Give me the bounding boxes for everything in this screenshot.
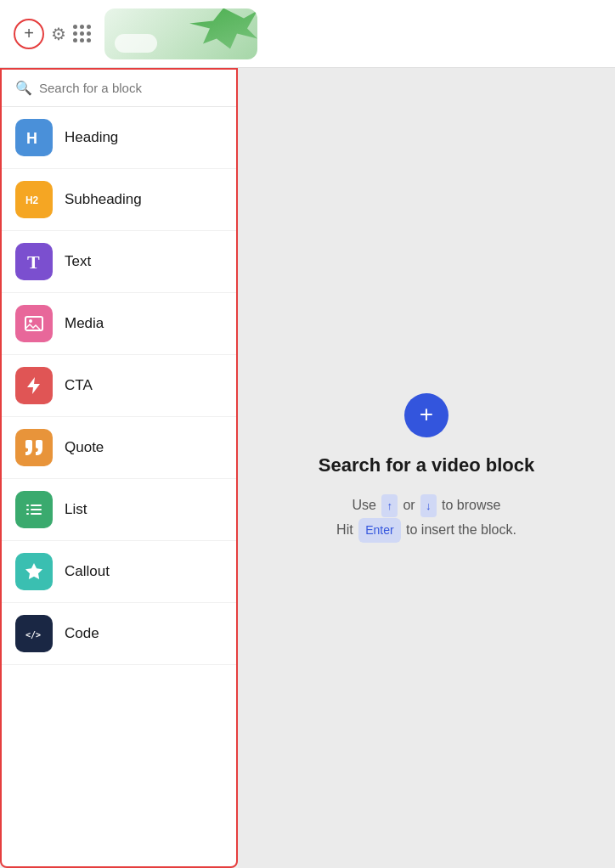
gear-icon[interactable]: ⚙ (51, 24, 66, 44)
svg-rect-3 (25, 317, 42, 330)
hint-use-label: Use (353, 498, 376, 512)
svg-text:H2: H2 (25, 194, 39, 206)
svg-rect-9 (26, 513, 29, 515)
heading-icon: H (15, 119, 53, 156)
cloud-decoration (115, 34, 157, 53)
toolbar: + ⚙ (0, 0, 615, 68)
hint-hit-label: Hit (336, 522, 353, 537)
block-list: HHeadingH2SubheadingTText MediaCTA Quote… (2, 107, 236, 866)
svg-point-4 (29, 319, 32, 323)
quote-label: Quote (65, 439, 104, 456)
svg-rect-6 (31, 504, 42, 506)
media-icon (15, 305, 53, 342)
svg-rect-10 (31, 513, 42, 515)
cta-label: CTA (65, 377, 93, 394)
svg-rect-8 (31, 509, 42, 510)
down-arrow-key: ↓ (420, 494, 437, 517)
svg-rect-5 (26, 504, 29, 506)
text-icon: T (15, 243, 53, 280)
add-video-button[interactable]: + (404, 393, 449, 437)
hint-or-label: or (403, 498, 415, 512)
search-icon: 🔍 (15, 80, 32, 96)
block-item-callout[interactable]: Callout (2, 541, 236, 603)
right-panel-hint: Use ↑ or ↓ to browse Hit Enter to insert… (336, 493, 516, 543)
callout-label: Callout (65, 563, 110, 580)
list-label: List (65, 501, 87, 518)
svg-text:H: H (26, 130, 37, 147)
search-bar: 🔍 (2, 70, 236, 107)
right-panel-title: Search for a video block (319, 454, 534, 476)
palm-decoration (189, 8, 257, 59)
block-item-cta[interactable]: CTA (2, 355, 236, 417)
grid-icon[interactable] (73, 25, 91, 42)
right-panel: + Search for a video block Use ↑ or ↓ to… (238, 68, 615, 868)
media-label: Media (65, 315, 104, 332)
code-label: Code (65, 625, 99, 642)
block-item-media[interactable]: Media (2, 293, 236, 355)
enter-key-badge: Enter (358, 518, 400, 543)
block-item-subheading[interactable]: H2Subheading (2, 169, 236, 231)
cta-icon (15, 367, 53, 404)
image-preview (104, 8, 257, 59)
block-item-quote[interactable]: Quote (2, 417, 236, 479)
block-item-heading[interactable]: HHeading (2, 107, 236, 169)
add-block-button[interactable]: + (14, 19, 44, 49)
plus-icon: + (420, 403, 433, 426)
text-label: Text (65, 253, 91, 270)
block-item-list[interactable]: List (2, 479, 236, 541)
svg-text:T: T (27, 251, 40, 272)
code-icon: </> (15, 615, 53, 652)
subheading-label: Subheading (65, 191, 142, 208)
block-picker-panel: 🔍 HHeadingH2SubheadingTText MediaCTA Quo… (0, 68, 238, 868)
subheading-icon: H2 (15, 181, 53, 218)
hint-insert-label: to insert the block. (406, 522, 516, 537)
list-icon (15, 491, 53, 528)
heading-label: Heading (65, 129, 118, 146)
up-arrow-key: ↑ (381, 494, 398, 517)
svg-rect-7 (26, 509, 29, 510)
main-container: 🔍 HHeadingH2SubheadingTText MediaCTA Quo… (0, 68, 615, 868)
svg-text:</>: </> (25, 630, 41, 640)
block-item-text[interactable]: TText (2, 231, 236, 293)
hint-browse-label: to browse (442, 498, 500, 512)
callout-icon (15, 553, 53, 590)
quote-icon (15, 429, 53, 466)
block-item-code[interactable]: </>Code (2, 603, 236, 665)
search-input[interactable] (39, 81, 223, 95)
